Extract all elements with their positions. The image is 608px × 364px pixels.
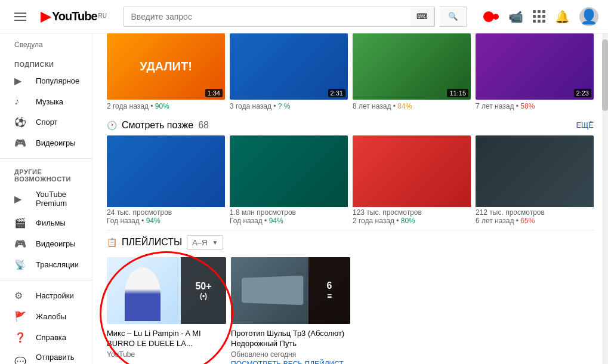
avatar-icon: 👤 — [580, 8, 598, 25]
playlist-card-1[interactable]: 50+ (•) Микс – Lu Li Pampin - A MI BURRO… — [107, 257, 226, 364]
sidebar-item-popular[interactable]: ▶ Популярное — [0, 70, 92, 91]
wl-card-5[interactable] — [107, 135, 225, 207]
watch-later-meta-row2: 24 тыс. просмотровГод назад • 94% 1.8 мл… — [107, 208, 594, 225]
feedback-icon: 💬 — [14, 356, 26, 365]
grid-dot — [538, 20, 541, 23]
premium-icon: ▶ — [14, 193, 26, 205]
sidebar-label-help: Справка — [36, 333, 66, 342]
sidebar-item-settings[interactable]: ⚙ Настройки — [0, 285, 92, 306]
flag-icon: 🚩 — [14, 311, 26, 322]
sidebar-label-games: Видеоигры — [36, 138, 76, 147]
grid-dot — [533, 15, 536, 18]
games-icon: 🎮 — [14, 137, 26, 149]
notifications-button[interactable]: 🔔 — [555, 10, 570, 24]
wl-pct-5: 94% — [146, 217, 161, 225]
youtube-logo-text: YouTube — [52, 10, 97, 23]
watch-later-icon: 🕐 — [107, 121, 117, 130]
playlist-view-all-2[interactable]: ПОСМОТРЕТЬ ВЕСЬ ПЛЕЙЛИСТ — [231, 360, 350, 364]
watch-later-top-meta-grid: 2 года назад • 90% 3 года назад • ? % 8 … — [107, 102, 594, 110]
sidebar-item-music[interactable]: ♪ Музыка — [0, 91, 92, 112]
watch-later-top-grid: УДАЛИТ! 1:34 2:31 11:15 2:23 — [107, 33, 594, 100]
playlist-title-2: Прототип Шульц Тр3 (Абсолют) Недорожный … — [231, 329, 350, 349]
sidebar-item-help[interactable]: ❓ Справка — [0, 327, 92, 348]
doctor-figure — [125, 267, 161, 321]
grid-dot — [542, 10, 545, 13]
video-camera-button[interactable]: 📹 — [508, 10, 523, 24]
view-count-1: 2 года назад — [107, 102, 149, 110]
sidebar-item-complaints[interactable]: 🚩 Жалобы — [0, 306, 92, 327]
sidebar-item-premium[interactable]: ▶ YouTube Premium — [0, 185, 92, 212]
user-avatar[interactable]: 👤 — [579, 7, 598, 26]
wl-pct-8: 65% — [520, 217, 535, 225]
wl-meta-7: 123 тыс. просмотров2 года назад • 80% — [353, 208, 471, 225]
video-card-top-2[interactable]: 2:31 — [230, 33, 348, 100]
wl-pct-6: 94% — [269, 217, 283, 225]
video-meta-4: 7 лет назад • 58% — [476, 102, 594, 110]
main-content: УДАЛИТ! 1:34 2:31 11:15 2:23 — [92, 33, 608, 364]
apps-button[interactable] — [533, 10, 545, 23]
video-card-top-1[interactable]: УДАЛИТ! 1:34 — [107, 33, 225, 100]
sidebar-item-movies[interactable]: 🎬 Фильмы — [0, 212, 92, 233]
video-card-top-3[interactable]: 11:15 — [353, 33, 471, 100]
playlist-title-1: Микс – Lu Li Pampin - A MI BURRO LE DUEL… — [107, 329, 226, 349]
wl-card-8[interactable] — [476, 135, 594, 207]
video-meta-2: 3 года назад • ? % — [230, 102, 348, 110]
playlists-icon: 📋 — [107, 237, 117, 247]
watch-later-top-thumbs: УДАЛИТ! 1:34 2:31 11:15 2:23 — [107, 33, 594, 110]
scrollbar-track — [602, 33, 608, 364]
wl-thumb-8 — [476, 135, 594, 207]
sidebar-item-videogames[interactable]: 🎮 Видеоигры — [0, 233, 92, 254]
video-meta-1: 2 года назад • 90% — [107, 102, 225, 110]
playlist-count-overlay-1: 50+ (•) — [181, 257, 226, 324]
live-button[interactable] — [483, 11, 499, 22]
playlists-header: 📋 ПЛЕЙЛИСТЫ А–Я ▼ — [107, 230, 594, 252]
logo[interactable]: ▶ YouTube RU — [41, 9, 107, 24]
sidebar-scroll-back[interactable]: Сведула — [0, 38, 92, 51]
keyboard-button[interactable]: ⌨ — [411, 7, 434, 27]
live-sidebar-icon: 📡 — [14, 259, 26, 270]
playlist-filter-button[interactable]: А–Я ▼ — [187, 235, 223, 250]
movies-icon: 🎬 — [14, 217, 26, 229]
sidebar-item-sport[interactable]: ⚽ Спорт — [0, 112, 92, 132]
sidebar-label-videogames: Видеоигры — [36, 239, 76, 248]
watch-later-more[interactable]: ЕЩЁ — [576, 121, 594, 129]
wl-card-7[interactable] — [353, 135, 471, 207]
playlist-sub-1: YouTube — [107, 350, 226, 359]
hamburger-menu[interactable] — [10, 8, 31, 26]
video-duration-1: 1:34 — [205, 89, 223, 97]
sidebar-label-feedback: Отправить отзыв — [36, 353, 78, 364]
playlist-count-number-2: 6 — [327, 280, 332, 291]
header-center: ⌨ 🔍 — [107, 7, 483, 27]
doctor-thumb-bg — [107, 257, 178, 324]
video-duration-4: 2:23 — [574, 89, 591, 97]
search-button[interactable]: 🔍 — [440, 7, 467, 27]
video-card-top-4[interactable]: 2:23 — [476, 33, 594, 100]
help-icon: ❓ — [14, 332, 26, 343]
watch-later-header: 🕐 Смотреть позже 68 ЕЩЁ — [107, 110, 594, 135]
sidebar-subscriptions-title: ПОДПИСКИ — [0, 56, 92, 70]
sidebar-label-settings: Настройки — [36, 291, 74, 300]
sidebar-item-games[interactable]: 🎮 Видеоигры — [0, 132, 92, 153]
playlist-count-overlay-2: 6 ≡ — [308, 257, 350, 324]
sidebar-item-live[interactable]: 📡 Трансляции — [0, 254, 92, 275]
bell-icon: 🔔 — [555, 10, 570, 24]
wl-meta-5: 24 тыс. просмотровГод назад • 94% — [107, 208, 225, 225]
main-layout: Сведула ПОДПИСКИ ▶ Популярное ♪ Музыка ⚽… — [0, 33, 608, 364]
playlist-grid: 50+ (•) Микс – Lu Li Pampin - A MI BURRO… — [107, 252, 594, 364]
youtube-logo-icon: ▶ — [41, 9, 51, 24]
video-thumb-top-4: 2:23 — [476, 33, 594, 100]
video-thumb-top-3: 11:15 — [353, 33, 471, 100]
playlist-card-2[interactable]: 6 ≡ Прототип Шульц Тр3 (Абсолют) Недорож… — [231, 257, 350, 364]
playlist-card-inner-1: 50+ (•) Микс – Lu Li Pampin - A MI BURRO… — [107, 257, 226, 361]
car-figure — [242, 276, 303, 305]
settings-icon: ⚙ — [14, 290, 26, 301]
sidebar-label-music: Музыка — [36, 97, 63, 106]
scrollbar-thumb[interactable] — [602, 39, 608, 111]
video-thumb-top-2: 2:31 — [230, 33, 348, 100]
search-input[interactable] — [124, 7, 411, 26]
videogames-icon: 🎮 — [14, 238, 26, 249]
sidebar-item-feedback[interactable]: 💬 Отправить отзыв — [0, 348, 92, 364]
sidebar-label-popular: Популярное — [36, 76, 79, 85]
sidebar-label-complaints: Жалобы — [36, 312, 66, 321]
wl-card-6[interactable] — [230, 135, 348, 207]
